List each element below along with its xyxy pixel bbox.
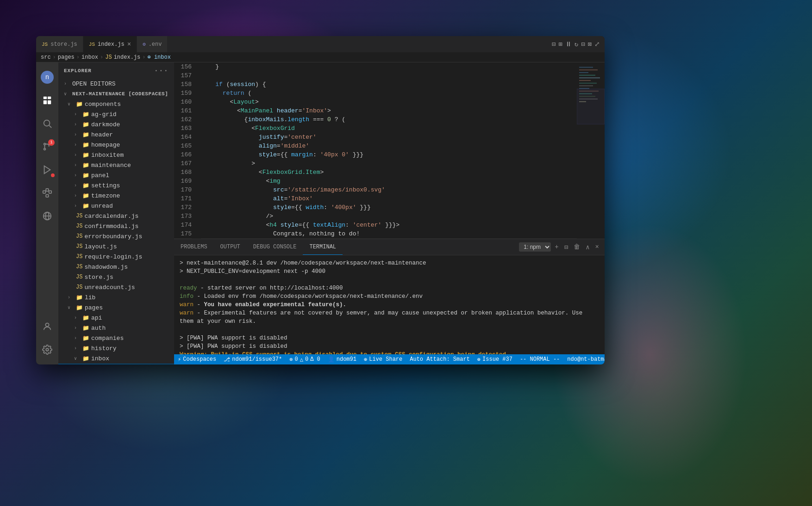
sidebar-item-darkmode[interactable]: › 📁 darkmode bbox=[58, 119, 174, 130]
bc-symbol[interactable]: ⊕ inbox bbox=[147, 54, 170, 61]
svg-rect-3 bbox=[48, 100, 51, 104]
terminal-content[interactable]: > next-maintenance@2.8.1 dev /home/codes… bbox=[174, 255, 605, 354]
activity-icon-source-control[interactable]: 1 bbox=[36, 136, 58, 158]
sidebar-item-confirmmodal[interactable]: › JS confirmmodal.js bbox=[58, 221, 174, 231]
expand-icon[interactable]: ⊠ bbox=[588, 40, 592, 48]
sidebar-item-inboxitem[interactable]: › 📁 inboxitem bbox=[58, 150, 174, 160]
sidebar-item-index-js[interactable]: › JS index.js bbox=[58, 364, 174, 364]
inbox-icon: 📁 bbox=[82, 355, 89, 362]
tab-store[interactable]: JS store.js bbox=[36, 36, 83, 52]
sidebar-item-ag-grid[interactable]: › 📁 ag-grid bbox=[58, 109, 174, 119]
sidebar-item-components[interactable]: ∨ 📁 components bbox=[58, 99, 174, 109]
api-icon: 📁 bbox=[82, 315, 89, 321]
status-item-codespaces[interactable]: ⚡ Codespaces bbox=[174, 354, 220, 364]
sidebar-item-panel[interactable]: › 📁 panel bbox=[58, 170, 174, 180]
sidebar-item-require-login[interactable]: › JS require-login.js bbox=[58, 252, 174, 262]
activity-icon-accounts[interactable] bbox=[36, 315, 58, 338]
add-terminal-icon[interactable]: + bbox=[553, 242, 560, 252]
sidebar-item-history[interactable]: › 📁 history bbox=[58, 343, 174, 353]
editor-area: 156 157 158 159 160 161 162 163 164 165 … bbox=[174, 62, 605, 364]
split-editor-icon[interactable]: ⊟ bbox=[552, 40, 556, 48]
sidebar-item-settings[interactable]: › 📁 settings bbox=[58, 180, 174, 191]
activity-icon-settings[interactable] bbox=[36, 339, 58, 361]
sidebar-item-lib[interactable]: › 📁 lib bbox=[58, 292, 174, 302]
sidebar-item-inbox[interactable]: ∨ 📁 inbox bbox=[58, 353, 174, 364]
layout-icon[interactable]: ⊞ bbox=[558, 40, 562, 48]
pause-icon[interactable]: ⏸ bbox=[565, 41, 572, 48]
sidebar-open-editors[interactable]: › OPEN EDITORS bbox=[58, 79, 174, 89]
store-icon: JS bbox=[76, 274, 82, 280]
maximize-icon[interactable]: ⤢ bbox=[594, 40, 600, 48]
term-line-warning: Warning: Built-in CSS support is being d… bbox=[180, 351, 599, 354]
tab-index[interactable]: JS index.js × bbox=[83, 36, 137, 52]
panel-tab-debug[interactable]: DEBUG CONSOLE bbox=[247, 239, 303, 255]
sidebar-item-header[interactable]: › 📁 header bbox=[58, 130, 174, 140]
tab-index-close[interactable]: × bbox=[127, 41, 131, 48]
panel-tab-terminal[interactable]: TERMINAL bbox=[303, 239, 343, 255]
svg-point-18 bbox=[46, 348, 49, 351]
collapse-icon[interactable]: ⊟ bbox=[581, 40, 585, 48]
svg-marker-9 bbox=[44, 166, 50, 174]
live-share-label: Live Share bbox=[369, 356, 402, 363]
sidebar-item-cardcalendar[interactable]: › JS cardcalendar.js bbox=[58, 211, 174, 221]
settings-comp-arrow: › bbox=[74, 183, 81, 188]
sidebar-item-api[interactable]: › 📁 api bbox=[58, 313, 174, 323]
bc-inbox-folder[interactable]: inbox bbox=[81, 54, 98, 61]
sidebar-item-timezone[interactable]: › 📁 timezone bbox=[58, 191, 174, 201]
layout-icon: JS bbox=[76, 243, 82, 250]
errors-count: 0 bbox=[295, 356, 298, 363]
auth-arrow: › bbox=[74, 326, 81, 331]
npm-selector[interactable]: 1: npm bbox=[519, 242, 551, 252]
issue-icon: ⊕ bbox=[477, 356, 481, 363]
svg-rect-10 bbox=[43, 191, 46, 193]
svg-rect-23 bbox=[579, 75, 595, 76]
sidebar-item-unreadcount[interactable]: › JS unreadcount.js bbox=[58, 282, 174, 292]
status-item-auto-attach[interactable]: Auto Attach: Smart bbox=[406, 354, 474, 364]
bc-pages[interactable]: pages bbox=[58, 54, 75, 61]
sidebar-item-unread[interactable]: › 📁 unread bbox=[58, 201, 174, 211]
status-item-live-share[interactable]: ⊕ Live Share bbox=[360, 354, 406, 364]
panel-tab-output[interactable]: OUTPUT bbox=[214, 239, 247, 255]
bc-src[interactable]: src bbox=[41, 54, 51, 61]
delete-terminal-icon[interactable]: 🗑 bbox=[572, 242, 582, 252]
companies-label: companies bbox=[91, 335, 124, 342]
sidebar-item-errorboundary[interactable]: › JS errorboundary.js bbox=[58, 231, 174, 241]
status-item-user[interactable]: 👤 ndom91 bbox=[324, 354, 360, 364]
bc-file[interactable]: index.js bbox=[114, 54, 141, 61]
activity-icon-avatar[interactable]: n bbox=[36, 66, 58, 88]
status-item-git-info[interactable]: ndo@nt-batman, 4 months ago • fix: ran p… bbox=[563, 354, 605, 364]
status-item-vim[interactable]: -- NORMAL -- bbox=[516, 354, 563, 364]
status-item-branch[interactable]: ⎇ ndom91/issue37* bbox=[220, 354, 286, 364]
sidebar-item-homepage[interactable]: › 📁 homepage bbox=[58, 140, 174, 150]
activity-icon-run[interactable] bbox=[36, 159, 58, 181]
sidebar-item-store[interactable]: › JS store.js bbox=[58, 272, 174, 282]
darkmode-label: darkmode bbox=[91, 121, 120, 128]
activity-icon-extensions[interactable] bbox=[36, 182, 58, 204]
term-line-blank1 bbox=[180, 276, 599, 284]
refresh-icon[interactable]: ↻ bbox=[575, 40, 578, 48]
sidebar-more-icon[interactable]: ··· bbox=[154, 67, 169, 75]
svg-rect-13 bbox=[46, 195, 49, 197]
status-item-issue[interactable]: ⊕ Issue #37 bbox=[474, 354, 516, 364]
sidebar-project-root[interactable]: ∨ NEXT-MAINTENANCE [CODESPACES] bbox=[58, 89, 174, 99]
auth-icon: 📁 bbox=[82, 325, 89, 332]
activity-icon-remote[interactable] bbox=[36, 205, 58, 227]
sidebar-item-pages[interactable]: ∨ 📁 pages bbox=[58, 302, 174, 313]
activity-icon-search[interactable] bbox=[36, 112, 58, 135]
panel-tab-problems[interactable]: PROBLEMS bbox=[174, 239, 214, 255]
sidebar-item-shadowdom[interactable]: › JS shadowdom.js bbox=[58, 262, 174, 272]
sidebar-item-maintenance[interactable]: › 📁 maintenance bbox=[58, 160, 174, 170]
code-editor[interactable]: 156 157 158 159 160 161 162 163 164 165 … bbox=[174, 62, 605, 239]
status-item-errors[interactable]: ⊗ 0 △ 0 Δ 0 bbox=[286, 354, 324, 364]
close-panel-icon[interactable]: × bbox=[593, 242, 601, 252]
sidebar-item-auth[interactable]: › 📁 auth bbox=[58, 323, 174, 333]
collapse-panel-icon[interactable]: ∧ bbox=[584, 242, 591, 252]
sidebar-item-companies[interactable]: › 📁 companies bbox=[58, 333, 174, 343]
inbox-label: inbox bbox=[91, 355, 109, 362]
history-icon: 📁 bbox=[82, 345, 89, 352]
activity-icon-explorer[interactable] bbox=[36, 89, 58, 111]
sidebar-item-layout[interactable]: › JS layout.js bbox=[58, 241, 174, 252]
term-line-warn1: warn - You have enabled experimental fea… bbox=[180, 301, 599, 309]
tab-env[interactable]: ⚙ .env bbox=[137, 36, 168, 52]
split-terminal-icon[interactable]: ⊟ bbox=[562, 242, 570, 252]
